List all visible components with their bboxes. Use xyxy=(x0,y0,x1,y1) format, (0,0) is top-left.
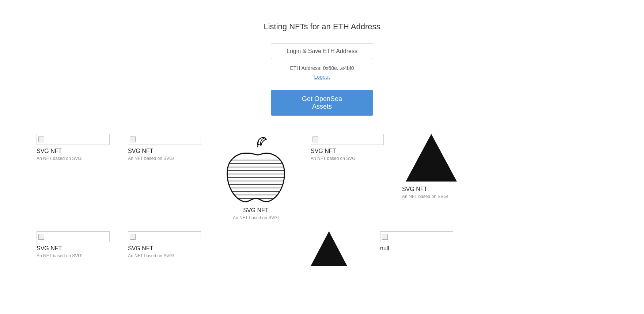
eth-address-display: ETH Address: 0x60e...e4bf0 xyxy=(290,65,354,71)
nft-card-null: null xyxy=(380,231,453,253)
nft-title-null: null xyxy=(380,245,389,252)
nft-image-4 xyxy=(37,231,110,242)
nft-title-1: SVG NFT xyxy=(37,148,110,154)
nft-desc-1: An NFT based on SVG! xyxy=(37,156,110,161)
nft-desc-apple: An NFT based on SVG! xyxy=(233,215,279,220)
nft-grid: SVG NFT An NFT based on SVG! SVG NFT An … xyxy=(0,134,644,270)
nft-title-3: SVG NFT xyxy=(311,148,384,154)
nft-card-2: SVG NFT An NFT based on SVG! xyxy=(128,134,201,161)
nft-card-triangle-small xyxy=(307,231,362,270)
nft-card-4: SVG NFT An NFT based on SVG! xyxy=(37,231,110,258)
nft-image-null xyxy=(380,231,453,242)
get-opensea-assets-button[interactable]: Get OpenSea Assets xyxy=(271,90,373,116)
page-wrapper: Listing NFTs for an ETH Address Login & … xyxy=(0,0,644,270)
nft-row-1: SVG NFT An NFT based on SVG! SVG NFT An … xyxy=(37,134,607,220)
nft-card-triangle-large: SVG NFT An NFT based on SVG! xyxy=(402,134,457,199)
nft-desc-4: An NFT based on SVG! xyxy=(37,253,110,258)
nft-image-1 xyxy=(37,134,110,145)
nft-card-1: SVG NFT An NFT based on SVG! xyxy=(37,134,110,161)
nft-card-apple: SVG NFT An NFT based on SVG! xyxy=(219,134,292,220)
nft-card-3: SVG NFT An NFT based on SVG! xyxy=(311,134,384,161)
page-title: Listing NFTs for an ETH Address xyxy=(264,22,380,31)
nft-row-2: SVG NFT An NFT based on SVG! SVG NFT An … xyxy=(37,231,607,270)
nft-title-4: SVG NFT xyxy=(37,245,110,252)
triangle-large-icon xyxy=(406,134,457,182)
login-save-eth-button[interactable]: Login & Save ETH Address xyxy=(271,43,373,59)
nft-desc-3: An NFT based on SVG! xyxy=(311,156,384,161)
nft-title-triangle-large: SVG NFT xyxy=(402,186,427,192)
nft-desc-5: An NFT based on SVG! xyxy=(128,253,201,258)
nft-title-5: SVG NFT xyxy=(128,245,201,252)
apple-svg-icon xyxy=(221,134,291,207)
logout-link[interactable]: Logout xyxy=(314,74,330,80)
nft-image-2 xyxy=(128,134,201,145)
nft-desc-2: An NFT based on SVG! xyxy=(128,156,201,161)
nft-card-5: SVG NFT An NFT based on SVG! xyxy=(128,231,201,258)
nft-title-2: SVG NFT xyxy=(128,148,201,154)
nft-desc-triangle-large: An NFT based on SVG! xyxy=(402,194,448,199)
nft-title-apple: SVG NFT xyxy=(243,207,268,214)
triangle-small-icon xyxy=(311,231,347,266)
nft-image-5 xyxy=(128,231,201,242)
nft-image-3 xyxy=(311,134,384,145)
